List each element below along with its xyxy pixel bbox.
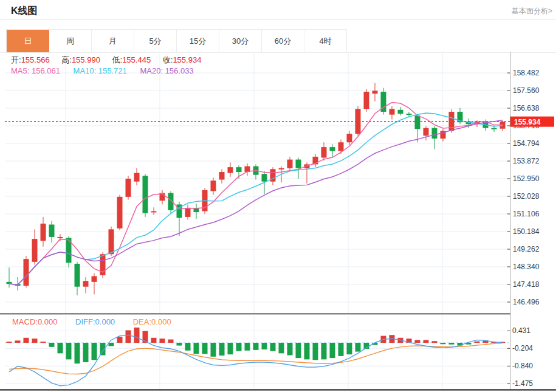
ohlc-open-label: 开: [11,55,21,64]
candle-body [109,229,114,254]
candle-body [75,264,80,287]
candle-body [49,224,55,236]
macd-bar [126,330,131,343]
macd-bar [355,343,361,352]
svg-text:150.184: 150.184 [513,227,540,236]
macd-bar [253,343,259,350]
ma10-value: MA10: 155.721 [74,66,127,75]
candle-body [32,239,38,262]
macd-bar [49,343,55,347]
ohlc-close-value: 155.934 [173,55,201,64]
candle-body [228,167,233,173]
candle-body [390,109,395,114]
macd-bar [15,340,21,343]
dea-value: DEA:0.000 [133,317,171,326]
macd-bar [211,343,216,357]
macd-bar [219,343,225,356]
macd-bar [347,343,352,354]
candle-body [58,237,63,238]
ohlc-low-value: 155.445 [122,55,151,64]
macd-bar [228,343,233,354]
macd-bar [185,343,191,351]
macd-bar [160,339,165,343]
ohlc-high-value: 155.990 [72,55,100,64]
macd-bar [75,343,80,363]
macd-bar [432,341,438,343]
svg-text:151.106: 151.106 [513,210,540,218]
ohlc-open-value: 155.566 [21,55,50,64]
ma-row: MA5: 156.061 MA10: 155.721 MA20: 156.033 [11,66,205,75]
macd-bar [475,342,480,343]
svg-text:158.482: 158.482 [513,69,540,77]
macd-bar [338,343,344,356]
svg-text:-0.840: -0.840 [512,362,533,370]
ma5-value: MA5: 156.061 [11,66,60,75]
macd-bar [304,343,310,359]
candle-body [219,172,225,180]
macd-bar [330,343,335,358]
ma20-value: MA20: 156.033 [140,66,193,75]
candle-body [211,181,216,191]
candle-body [415,115,420,129]
macd-bar [66,343,72,359]
macd-bar [168,340,174,343]
candle-body [83,281,89,286]
svg-text:157.560: 157.560 [513,86,540,95]
candle-body [279,168,284,170]
candle-body [321,147,327,157]
candle-body [338,142,344,151]
svg-text:152.028: 152.028 [513,192,540,201]
macd-bar [270,343,276,351]
candle-body [492,128,497,129]
macd-bar [313,343,318,360]
kline-widget: K线图 基本面分析> 日周月5分15分30分60分4时 158.482157.5… [0,0,556,392]
candles-layer [7,83,506,295]
macd-bar [245,343,250,351]
macd-bar [58,343,63,353]
macd-bar [117,337,123,343]
candle-body [347,134,352,142]
macd-bar [83,343,89,362]
candle-body [7,282,12,284]
macd-bar [321,343,327,359]
candle-body [134,173,140,182]
candle-body [398,110,403,114]
macd-bar [7,342,12,343]
macd-bar [92,343,97,360]
macd-bar [202,343,208,354]
svg-text:0.431: 0.431 [512,326,530,335]
candle-body [330,147,335,151]
macd-row: MACD:0.000 DIFF:0.000 DEA:0.000 [12,317,187,326]
ohlc-row: 开:155.566 高:155.990 低:155.445 收:155.934 [11,55,211,66]
svg-text:-1.475: -1.475 [512,379,533,388]
candle-body [24,259,29,286]
svg-text:146.496: 146.496 [513,298,540,306]
candle-body [424,128,429,136]
macd-bar [424,340,429,343]
candle-body [296,160,301,168]
macd-bar [279,343,284,353]
candle-body [236,167,242,172]
macd-bar [287,343,293,356]
macd-bar [296,343,301,358]
macd-bar [194,343,199,354]
candle-body [287,160,293,168]
macd-bar [134,328,140,343]
grid-layer [5,52,510,390]
svg-text:147.418: 147.418 [513,280,540,289]
candle-body [92,276,97,281]
macd-bar [109,343,114,346]
ohlc-low-label: 低: [112,55,123,64]
macd-bar [151,338,157,343]
svg-text:156.638: 156.638 [513,104,540,112]
axis-layer: 158.482157.560156.638155.716154.794153.8… [0,52,556,390]
candle-body [151,211,157,212]
candle-body [117,197,123,229]
macd-bar [449,343,455,345]
macd-bar [415,340,420,343]
svg-text:-0.204: -0.204 [512,344,533,352]
candle-body [185,208,191,217]
candle-body [126,179,131,197]
candle-body [364,92,369,109]
diff-value: DIFF:0.000 [75,317,115,326]
